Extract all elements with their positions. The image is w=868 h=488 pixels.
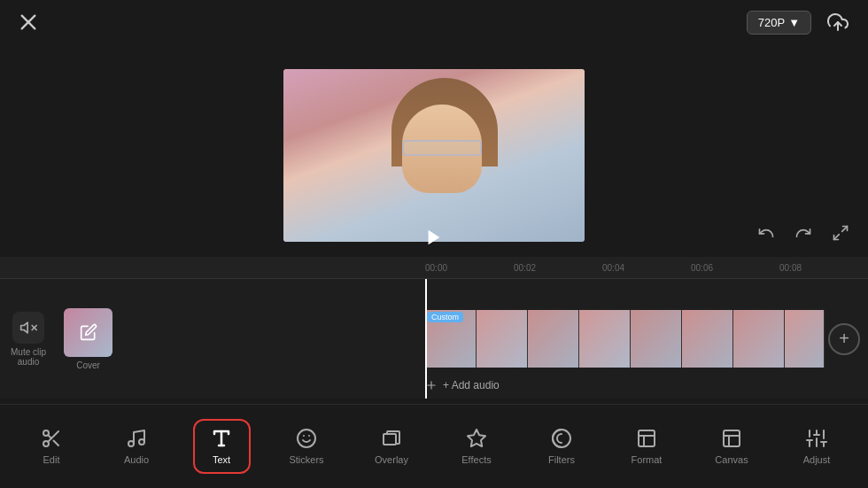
fullscreen-button[interactable] (827, 220, 854, 246)
right-controls (753, 220, 854, 246)
adjust-label: Adjust (803, 454, 831, 465)
frame-8 (785, 310, 825, 368)
text-label: Text (213, 454, 230, 465)
filters-label: Filters (548, 454, 575, 465)
effects-label: Effects (461, 454, 491, 465)
format-icon (636, 428, 657, 449)
ruler-mark-6: 00:06 (691, 263, 713, 273)
svg-point-16 (128, 441, 134, 446)
playhead[interactable] (425, 279, 427, 399)
svg-rect-26 (639, 430, 655, 446)
resolution-arrow-icon: ▼ (788, 16, 800, 29)
add-clip-button[interactable]: + (828, 323, 860, 355)
adjust-icon (806, 428, 827, 449)
toolbar-item-overlay[interactable]: Overlay (363, 421, 421, 472)
play-controls (0, 217, 868, 257)
mute-clip-tool[interactable]: Mute clipaudio (11, 312, 46, 367)
toolbar-item-filters[interactable]: Filters (533, 421, 591, 472)
audio-label: Audio (124, 454, 149, 465)
close-button[interactable] (14, 8, 43, 36)
scissors-icon (41, 428, 62, 449)
stickers-label: Stickers (289, 454, 323, 465)
ruler-mark-0: 00:00 (425, 263, 447, 273)
ruler-marks: 00:00 00:02 00:04 00:06 00:08 (425, 257, 868, 278)
filters-icon (551, 428, 572, 449)
format-label: Format (632, 454, 663, 465)
toolbar-item-adjust[interactable]: Adjust (788, 421, 846, 472)
video-frame (283, 69, 585, 242)
play-button[interactable] (418, 221, 450, 253)
overlay-icon (381, 428, 402, 449)
effects-icon (466, 428, 487, 449)
add-audio-label: + Add audio (443, 379, 500, 391)
custom-badge: Custom (427, 312, 463, 322)
ruler-mark-4: 00:04 (602, 263, 624, 273)
ruler-mark-2: 00:02 (514, 263, 536, 273)
toolbar-item-effects[interactable]: Effects (448, 421, 506, 472)
svg-line-15 (48, 435, 51, 438)
svg-rect-23 (384, 434, 396, 445)
svg-point-20 (298, 430, 315, 447)
toolbar-item-format[interactable]: Format (618, 421, 676, 472)
overlay-label: Overlay (375, 454, 408, 465)
timeline-area: 00:00 00:02 00:04 00:06 00:08 Mute clipa… (0, 257, 868, 399)
svg-line-4 (842, 227, 848, 232)
cover-label: Cover (76, 360, 100, 370)
cover-thumbnail (64, 308, 112, 357)
frame-4 (579, 310, 631, 368)
timeline-content: Mute clipaudio Cover Custom (0, 279, 868, 399)
canvas-label: Canvas (715, 454, 748, 465)
frame-2 (477, 310, 528, 368)
svg-marker-3 (429, 229, 440, 244)
frame-3 (528, 310, 579, 368)
text-icon (211, 428, 232, 449)
cover-tool[interactable]: Cover (64, 308, 112, 370)
stickers-icon (296, 428, 317, 449)
music-icon (126, 428, 147, 449)
svg-line-5 (834, 235, 840, 240)
export-button[interactable] (822, 6, 854, 38)
top-bar: 720P ▼ (0, 0, 868, 44)
timeline-left-panel: Mute clipaudio Cover (0, 279, 425, 399)
svg-marker-6 (21, 322, 28, 333)
ruler-mark-8: 00:08 (779, 263, 802, 273)
toolbar-item-stickers[interactable]: Stickers (278, 421, 336, 472)
canvas-icon (721, 428, 742, 449)
resolution-button[interactable]: 720P ▼ (747, 11, 811, 35)
frame-7 (733, 310, 785, 368)
toolbar-item-edit[interactable]: Edit (23, 421, 81, 472)
mute-label: Mute clipaudio (11, 347, 46, 367)
frame-5 (631, 310, 682, 368)
redo-button[interactable] (790, 220, 817, 246)
mute-icon (12, 312, 44, 344)
frame-6 (682, 310, 733, 368)
svg-rect-29 (724, 430, 740, 446)
video-preview (283, 69, 585, 242)
timeline-ruler: 00:00 00:02 00:04 00:06 00:08 (0, 257, 868, 279)
svg-marker-24 (468, 430, 485, 446)
toolbar-item-canvas[interactable]: Canvas (703, 421, 761, 472)
bottom-toolbar: Edit Audio Text (0, 404, 868, 488)
resolution-label: 720P (758, 16, 785, 29)
edit-label: Edit (43, 454, 60, 465)
add-audio-button[interactable]: + Add audio (425, 379, 500, 391)
svg-line-14 (53, 440, 58, 445)
toolbar-item-audio[interactable]: Audio (108, 421, 166, 472)
track-frames[interactable] (425, 310, 825, 368)
top-right-controls: 720P ▼ (747, 6, 854, 38)
undo-button[interactable] (753, 220, 779, 246)
toolbar-item-text[interactable]: Text (193, 419, 251, 474)
svg-point-17 (139, 439, 144, 445)
